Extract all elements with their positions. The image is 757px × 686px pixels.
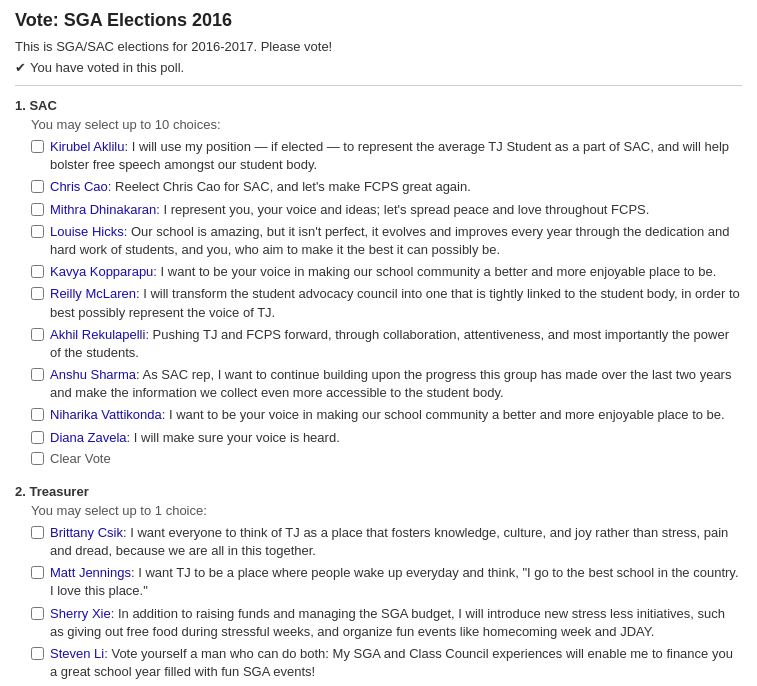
- candidate-name-link[interactable]: Kirubel Aklilu: [50, 139, 124, 154]
- checkbox-sac-1[interactable]: [31, 180, 44, 193]
- candidate-text: Akhil Rekulapelli: Pushing TJ and FCPS f…: [50, 326, 742, 362]
- candidate-name-link[interactable]: Louise Hicks: [50, 224, 124, 239]
- checkbox-sac-3[interactable]: [31, 225, 44, 238]
- candidate-text: Niharika Vattikonda: I want to be your v…: [50, 406, 725, 424]
- candidate-text: Louise Hicks: Our school is amazing, but…: [50, 223, 742, 259]
- clear-vote-checkbox-sac[interactable]: [31, 452, 44, 465]
- candidate-name-link[interactable]: Matt Jennings: [50, 565, 131, 580]
- checkbox-sac-4[interactable]: [31, 265, 44, 278]
- section-subtitle-treasurer: You may select up to 1 choice:: [31, 503, 742, 518]
- candidate-row: Louise Hicks: Our school is amazing, but…: [31, 223, 742, 259]
- checkbox-treasurer-1[interactable]: [31, 566, 44, 579]
- section-treasurer: 2. TreasurerYou may select up to 1 choic…: [15, 484, 742, 686]
- divider: [15, 85, 742, 86]
- candidate-row: Mithra Dhinakaran: I represent you, your…: [31, 201, 742, 219]
- candidate-text: Sherry Xie: In addition to raising funds…: [50, 605, 742, 641]
- section-title-sac: 1. SAC: [15, 98, 742, 113]
- checkbox-sac-9[interactable]: [31, 431, 44, 444]
- voted-notice: ✔ You have voted in this poll.: [15, 60, 742, 75]
- candidate-name-link[interactable]: Reilly McLaren: [50, 286, 136, 301]
- candidate-name-link[interactable]: Chris Cao: [50, 179, 108, 194]
- candidate-name-link[interactable]: Kavya Kopparapu: [50, 264, 153, 279]
- section-subtitle-sac: You may select up to 10 choices:: [31, 117, 742, 132]
- candidate-name-link[interactable]: Niharika Vattikonda: [50, 407, 162, 422]
- candidate-name-link[interactable]: Sherry Xie: [50, 606, 111, 621]
- candidate-name-link[interactable]: Anshu Sharma: [50, 367, 136, 382]
- candidate-row: Kirubel Aklilu: I will use my position —…: [31, 138, 742, 174]
- candidate-row: Niharika Vattikonda: I want to be your v…: [31, 406, 742, 424]
- candidate-row: Steven Li: Vote yourself a man who can d…: [31, 645, 742, 681]
- checkbox-treasurer-2[interactable]: [31, 607, 44, 620]
- section-sac: 1. SACYou may select up to 10 choices:Ki…: [15, 98, 742, 466]
- candidate-text: Brittany Csik: I want everyone to think …: [50, 524, 742, 560]
- checkbox-sac-6[interactable]: [31, 328, 44, 341]
- section-title-treasurer: 2. Treasurer: [15, 484, 742, 499]
- poll-description: This is SGA/SAC elections for 2016-2017.…: [15, 39, 742, 54]
- candidate-text: Diana Zavela: I will make sure your voic…: [50, 429, 340, 447]
- clear-vote-label: Clear Vote: [50, 451, 111, 466]
- candidate-row: Anshu Sharma: As SAC rep, I want to cont…: [31, 366, 742, 402]
- page-container: Vote: SGA Elections 2016 This is SGA/SAC…: [0, 0, 757, 686]
- check-icon: ✔: [15, 60, 26, 75]
- checkbox-treasurer-3[interactable]: [31, 647, 44, 660]
- candidate-row: Kavya Kopparapu: I want to be your voice…: [31, 263, 742, 281]
- candidate-row: Brittany Csik: I want everyone to think …: [31, 524, 742, 560]
- candidate-row: Reilly McLaren: I will transform the stu…: [31, 285, 742, 321]
- candidate-row: Diana Zavela: I will make sure your voic…: [31, 429, 742, 447]
- checkbox-sac-7[interactable]: [31, 368, 44, 381]
- candidate-name-link[interactable]: Diana Zavela: [50, 430, 127, 445]
- candidate-text: Anshu Sharma: As SAC rep, I want to cont…: [50, 366, 742, 402]
- candidate-row: Chris Cao: Reelect Chris Cao for SAC, an…: [31, 178, 742, 196]
- candidate-text: Reilly McLaren: I will transform the stu…: [50, 285, 742, 321]
- candidate-row: Matt Jennings: I want TJ to be a place w…: [31, 564, 742, 600]
- checkbox-sac-2[interactable]: [31, 203, 44, 216]
- candidate-name-link[interactable]: Mithra Dhinakaran: [50, 202, 156, 217]
- candidate-name-link[interactable]: Steven Li: [50, 646, 104, 661]
- page-title: Vote: SGA Elections 2016: [15, 10, 742, 31]
- checkbox-sac-0[interactable]: [31, 140, 44, 153]
- checkbox-sac-5[interactable]: [31, 287, 44, 300]
- candidate-text: Matt Jennings: I want TJ to be a place w…: [50, 564, 742, 600]
- candidate-text: Steven Li: Vote yourself a man who can d…: [50, 645, 742, 681]
- candidate-text: Kirubel Aklilu: I will use my position —…: [50, 138, 742, 174]
- sections-container: 1. SACYou may select up to 10 choices:Ki…: [15, 98, 742, 686]
- checkbox-treasurer-0[interactable]: [31, 526, 44, 539]
- candidate-row: Sherry Xie: In addition to raising funds…: [31, 605, 742, 641]
- candidate-name-link[interactable]: Brittany Csik: [50, 525, 123, 540]
- candidate-name-link[interactable]: Akhil Rekulapelli: [50, 327, 145, 342]
- candidate-text: Mithra Dhinakaran: I represent you, your…: [50, 201, 649, 219]
- candidate-text: Kavya Kopparapu: I want to be your voice…: [50, 263, 716, 281]
- candidate-row: Akhil Rekulapelli: Pushing TJ and FCPS f…: [31, 326, 742, 362]
- candidate-text: Chris Cao: Reelect Chris Cao for SAC, an…: [50, 178, 471, 196]
- checkbox-sac-8[interactable]: [31, 408, 44, 421]
- clear-vote-row-sac: Clear Vote: [31, 451, 742, 466]
